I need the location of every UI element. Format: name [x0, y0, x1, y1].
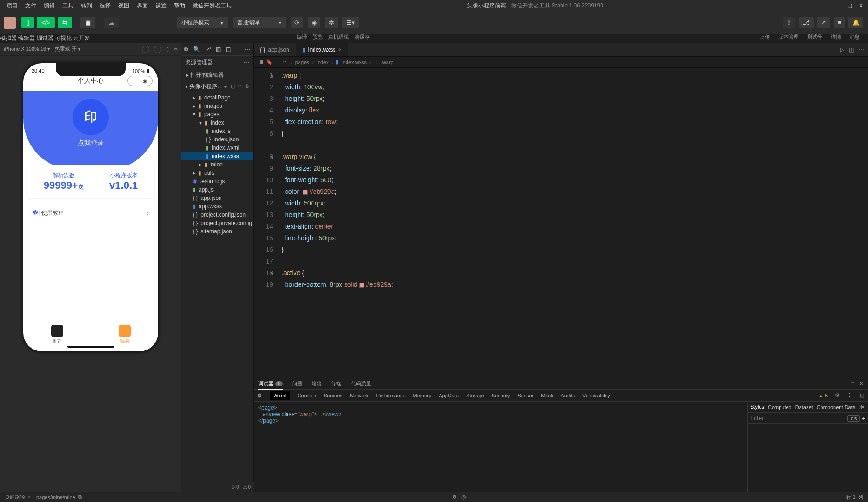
folder-mine[interactable]: ▸ ▮ mine	[181, 160, 253, 169]
menu-edit[interactable]: 编辑	[40, 2, 59, 10]
menu-file[interactable]: 文件	[21, 2, 40, 10]
run-icon[interactable]: ▷	[840, 46, 844, 53]
device-icon[interactable]: ▯	[166, 46, 169, 52]
cursor-position[interactable]: 行 1, 列	[846, 494, 863, 501]
file-index-wxml[interactable]: ▮ index.wxml	[181, 144, 253, 152]
avatar[interactable]	[4, 17, 16, 29]
folder-index[interactable]: ▾ ▮ index	[181, 119, 253, 127]
side-more-icon[interactable]: ≫	[859, 404, 865, 410]
dt-inspect-icon[interactable]: ⯐	[257, 393, 262, 398]
git-icon[interactable]: ⎇	[205, 46, 211, 53]
menu-help[interactable]: 帮助	[170, 2, 189, 10]
split-icon[interactable]: ◫	[226, 46, 231, 53]
more-editor-icon[interactable]: ⋯	[859, 46, 864, 53]
dt-tab-output[interactable]: 输出	[312, 380, 322, 387]
login-button[interactable]: 点我登录	[23, 139, 158, 147]
menu-interface[interactable]: 界面	[133, 2, 152, 10]
split-editor-icon[interactable]: ◫	[849, 46, 854, 53]
sim-gear-icon[interactable]: ⚙	[452, 494, 457, 500]
refresh-icon[interactable]: ⟳	[238, 83, 242, 90]
device-label dropdown[interactable]: iPhone X 100% 16 ▾	[4, 46, 50, 52]
compile-button[interactable]: ⟳	[291, 17, 303, 28]
menu-tool[interactable]: 工具	[59, 2, 77, 10]
copy-icon[interactable]: ⧉	[78, 494, 82, 500]
layout-icon[interactable]: ▥	[216, 46, 221, 53]
dt-tab-quality[interactable]: 代码质量	[351, 380, 371, 387]
file-index-wxss[interactable]: ▮ index.wxss	[181, 152, 253, 160]
capsule-button[interactable]: ⋯◉	[127, 76, 153, 86]
breadcrumb[interactable]: ≣ 🔖 ⋯› pages› index› ▮index.wxss› ⊹.warp	[254, 57, 868, 68]
file-appjson[interactable]: { } app.json	[181, 194, 253, 202]
dt-mock[interactable]: Mock	[541, 393, 553, 398]
menu-select[interactable]: 选择	[96, 2, 114, 10]
code-editor[interactable]: 123456 8910111213141516171819 .warp { wi…	[254, 68, 868, 378]
mute-icon[interactable]	[142, 46, 149, 53]
phone-simulator[interactable]: 20:40 100% ▮ 个人中心 ⋯◉ 印 点我登录 解析次数 99999+次…	[23, 63, 158, 351]
file-appwxss[interactable]: ▮ app.wxss	[181, 202, 253, 211]
page-path-value[interactable]: pages/mine/mine	[36, 495, 75, 500]
dt-audits[interactable]: Audits	[561, 393, 575, 398]
dataset-tab[interactable]: Dataset	[795, 404, 813, 410]
dt-appdata[interactable]: AppData	[439, 393, 459, 398]
more-icon[interactable]: ⋯	[244, 59, 249, 66]
dt-more-icon[interactable]: ⋮	[847, 392, 852, 398]
dt-tab-terminal[interactable]: 终端	[331, 380, 341, 387]
computed-tab[interactable]: Computed	[768, 404, 792, 410]
styles-tab[interactable]: Styles	[750, 404, 764, 410]
file-project-config[interactable]: { } project.config.json	[181, 211, 253, 219]
bc-bookmark-icon[interactable]: 🔖	[266, 59, 273, 65]
collapse-icon[interactable]: ⋯	[245, 46, 250, 53]
add-style-icon[interactable]: +	[862, 416, 865, 421]
new-file-icon[interactable]: ＋	[223, 83, 228, 90]
dt-tab-debugger[interactable]: 调试器5	[258, 380, 283, 387]
file-eslintrc[interactable]: ◉ .eslintrc.js	[181, 177, 253, 185]
stat-version[interactable]: 小程序版本 v1.0.1	[109, 172, 138, 192]
folder-detailpage[interactable]: ▸ ▮ detailPage	[181, 93, 253, 102]
compile-dropdown[interactable]: 普通编译▾	[233, 17, 286, 28]
simulator-button[interactable]: ▯	[21, 17, 34, 28]
preview-button[interactable]: ◉	[308, 17, 320, 28]
file-index-js[interactable]: ▮ index.js	[181, 127, 253, 135]
menu-goto[interactable]: 转到	[77, 2, 96, 10]
visual-button[interactable]: ▦	[80, 17, 95, 28]
maximize-icon[interactable]: ▢	[847, 2, 852, 9]
dt-console[interactable]: Console	[298, 393, 316, 398]
wxml-tree[interactable]: <page> ▸<view class="warp">…</view> </pa…	[254, 402, 747, 492]
folder-images[interactable]: ▸ ▮ images	[181, 102, 253, 110]
bc-list-icon[interactable]: ≣	[259, 59, 263, 65]
sim-eye-icon[interactable]: ◎	[461, 494, 466, 500]
file-index-json[interactable]: { } index.json	[181, 135, 253, 144]
tutorial-row[interactable]: �İ 使用教程 ›	[27, 204, 154, 223]
componentdata-tab[interactable]: Component Data	[817, 404, 855, 410]
dt-network[interactable]: Network	[350, 393, 368, 398]
close-tab-icon[interactable]: ×	[338, 46, 341, 53]
debugger-button[interactable]: ⇆	[58, 17, 72, 28]
mode-dropdown[interactable]: 小程序模式▾	[177, 17, 228, 28]
dt-wxml[interactable]: Wxml	[270, 391, 290, 400]
rotate-icon[interactable]	[154, 46, 161, 53]
menu-wechat-devtools[interactable]: 微信开发者工具	[189, 2, 235, 10]
cloud-dev-button[interactable]: ☁	[104, 17, 119, 28]
dt-gear-icon[interactable]: ⚙	[835, 392, 840, 398]
editor-button[interactable]: </>	[37, 17, 55, 28]
hotreload-dropdown[interactable]: 热重载 开 ▾	[55, 46, 81, 53]
file-project-private[interactable]: { } project.private.config.js...	[181, 219, 253, 227]
warnings-count[interactable]: ⚠ 0	[243, 484, 251, 489]
dt-close-icon[interactable]: ✕	[859, 381, 863, 387]
testnum-button[interactable]: ↗	[817, 17, 830, 28]
dt-memory[interactable]: Memory	[413, 393, 432, 398]
stat-parse-count[interactable]: 解析次数 99999+次	[44, 172, 84, 192]
dt-sources[interactable]: Sources	[324, 393, 342, 398]
errors-count[interactable]: ⊘ 0	[231, 484, 239, 489]
cut-icon[interactable]: ✂	[174, 46, 178, 52]
dt-sensor[interactable]: Sensor	[517, 393, 534, 398]
dt-collapse-icon[interactable]: ⌃	[850, 381, 855, 387]
project-header[interactable]: ▾ 头像小程序... ＋▢⟳⇊	[181, 81, 253, 92]
clear-cache-button[interactable]: ☰▾	[342, 17, 359, 28]
tab-indexwxss[interactable]: ▮index.wxss×	[296, 43, 348, 56]
minimize-icon[interactable]: —	[835, 2, 841, 9]
message-button[interactable]: 🔔	[848, 17, 863, 28]
menu-settings[interactable]: 设置	[152, 2, 170, 10]
dt-warnings[interactable]: ▲ 5	[818, 393, 828, 398]
folder-pages[interactable]: ▾ ▮ pages	[181, 110, 253, 119]
